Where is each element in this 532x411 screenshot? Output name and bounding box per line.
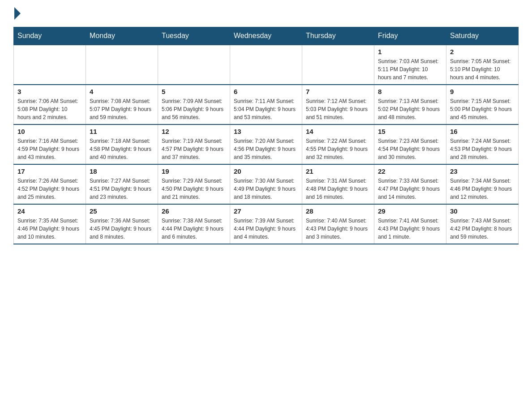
day-info: Sunrise: 7:08 AM Sunset: 5:07 PM Dayligh… [90,97,154,121]
day-number: 8 [378,88,442,95]
day-number: 28 [306,207,370,215]
day-info: Sunrise: 7:06 AM Sunset: 5:08 PM Dayligh… [17,97,82,121]
day-info: Sunrise: 7:29 AM Sunset: 4:50 PM Dayligh… [162,177,226,201]
day-number: 17 [17,167,82,175]
calendar-cell: 30Sunrise: 7:43 AM Sunset: 4:42 PM Dayli… [446,204,519,244]
calendar-cell: 18Sunrise: 7:27 AM Sunset: 4:51 PM Dayli… [86,164,158,204]
calendar-cell: 7Sunrise: 7:12 AM Sunset: 5:03 PM Daylig… [302,85,374,124]
calendar-week-row-5: 24Sunrise: 7:35 AM Sunset: 4:46 PM Dayli… [14,204,519,244]
calendar-week-row-2: 3Sunrise: 7:06 AM Sunset: 5:08 PM Daylig… [14,85,519,124]
weekday-header-saturday: Saturday [446,27,519,45]
day-info: Sunrise: 7:22 AM Sunset: 4:55 PM Dayligh… [306,137,370,161]
weekday-header-friday: Friday [374,27,446,45]
day-info: Sunrise: 7:23 AM Sunset: 4:54 PM Dayligh… [378,137,442,161]
weekday-header-thursday: Thursday [302,27,374,45]
day-info: Sunrise: 7:05 AM Sunset: 5:10 PM Dayligh… [450,57,515,81]
day-number: 20 [234,167,298,175]
logo [13,9,27,18]
day-number: 12 [162,128,226,135]
day-info: Sunrise: 7:19 AM Sunset: 4:57 PM Dayligh… [162,137,226,161]
calendar-cell: 13Sunrise: 7:20 AM Sunset: 4:56 PM Dayli… [230,124,302,164]
day-info: Sunrise: 7:34 AM Sunset: 4:46 PM Dayligh… [450,177,515,201]
day-number: 9 [450,88,515,95]
day-number: 22 [378,167,442,175]
day-info: Sunrise: 7:38 AM Sunset: 4:44 PM Dayligh… [162,217,226,241]
day-number: 11 [90,128,154,135]
calendar-cell: 24Sunrise: 7:35 AM Sunset: 4:46 PM Dayli… [14,204,86,244]
day-number: 30 [450,207,515,215]
day-number: 2 [450,48,515,56]
day-info: Sunrise: 7:18 AM Sunset: 4:58 PM Dayligh… [90,137,154,161]
day-number: 24 [17,207,82,215]
calendar-cell: 16Sunrise: 7:24 AM Sunset: 4:53 PM Dayli… [446,124,519,164]
calendar-cell: 23Sunrise: 7:34 AM Sunset: 4:46 PM Dayli… [446,164,519,204]
day-number: 23 [450,167,515,175]
calendar-cell: 10Sunrise: 7:16 AM Sunset: 4:59 PM Dayli… [14,124,86,164]
calendar-cell [14,45,86,85]
day-number: 13 [234,128,298,135]
day-number: 29 [378,207,442,215]
calendar-cell: 27Sunrise: 7:39 AM Sunset: 4:44 PM Dayli… [230,204,302,244]
calendar-cell [86,45,158,85]
calendar-cell: 21Sunrise: 7:31 AM Sunset: 4:48 PM Dayli… [302,164,374,204]
calendar-week-row-3: 10Sunrise: 7:16 AM Sunset: 4:59 PM Dayli… [14,124,519,164]
day-info: Sunrise: 7:26 AM Sunset: 4:52 PM Dayligh… [17,177,82,201]
day-number: 26 [162,207,226,215]
calendar-cell: 12Sunrise: 7:19 AM Sunset: 4:57 PM Dayli… [158,124,230,164]
day-info: Sunrise: 7:43 AM Sunset: 4:42 PM Dayligh… [450,217,515,241]
day-info: Sunrise: 7:15 AM Sunset: 5:00 PM Dayligh… [450,97,515,121]
calendar-cell [230,45,302,85]
calendar-week-row-4: 17Sunrise: 7:26 AM Sunset: 4:52 PM Dayli… [14,164,519,204]
calendar-cell: 14Sunrise: 7:22 AM Sunset: 4:55 PM Dayli… [302,124,374,164]
day-number: 18 [90,167,154,175]
day-number: 21 [306,167,370,175]
day-number: 15 [378,128,442,135]
day-number: 4 [90,88,154,95]
calendar-cell: 8Sunrise: 7:13 AM Sunset: 5:02 PM Daylig… [374,85,446,124]
day-info: Sunrise: 7:39 AM Sunset: 4:44 PM Dayligh… [234,217,298,241]
day-number: 19 [162,167,226,175]
calendar-cell [302,45,374,85]
day-info: Sunrise: 7:30 AM Sunset: 4:49 PM Dayligh… [234,177,298,201]
day-number: 5 [162,88,226,95]
day-number: 25 [90,207,154,215]
weekday-header-row: SundayMondayTuesdayWednesdayThursdayFrid… [14,27,519,45]
day-info: Sunrise: 7:24 AM Sunset: 4:53 PM Dayligh… [450,137,515,161]
day-number: 7 [306,88,370,95]
day-number: 6 [234,88,298,95]
calendar-cell: 4Sunrise: 7:08 AM Sunset: 5:07 PM Daylig… [86,85,158,124]
calendar-cell: 9Sunrise: 7:15 AM Sunset: 5:00 PM Daylig… [446,85,519,124]
weekday-header-sunday: Sunday [14,27,86,45]
weekday-header-wednesday: Wednesday [230,27,302,45]
calendar-cell: 22Sunrise: 7:33 AM Sunset: 4:47 PM Dayli… [374,164,446,204]
day-info: Sunrise: 7:16 AM Sunset: 4:59 PM Dayligh… [17,137,82,161]
day-info: Sunrise: 7:36 AM Sunset: 4:45 PM Dayligh… [90,217,154,241]
calendar-cell: 15Sunrise: 7:23 AM Sunset: 4:54 PM Dayli… [374,124,446,164]
day-info: Sunrise: 7:31 AM Sunset: 4:48 PM Dayligh… [306,177,370,201]
calendar-cell: 17Sunrise: 7:26 AM Sunset: 4:52 PM Dayli… [14,164,86,204]
day-info: Sunrise: 7:27 AM Sunset: 4:51 PM Dayligh… [90,177,154,201]
calendar-cell: 1Sunrise: 7:03 AM Sunset: 5:11 PM Daylig… [374,45,446,85]
logo-arrow-icon [14,7,21,20]
weekday-header-monday: Monday [86,27,158,45]
day-number: 27 [234,207,298,215]
day-info: Sunrise: 7:35 AM Sunset: 4:46 PM Dayligh… [17,217,82,241]
page-header [13,9,519,18]
calendar-cell: 28Sunrise: 7:40 AM Sunset: 4:43 PM Dayli… [302,204,374,244]
calendar-table: SundayMondayTuesdayWednesdayThursdayFrid… [13,27,519,244]
calendar-cell: 29Sunrise: 7:41 AM Sunset: 4:43 PM Dayli… [374,204,446,244]
calendar-cell: 3Sunrise: 7:06 AM Sunset: 5:08 PM Daylig… [14,85,86,124]
calendar-cell [158,45,230,85]
day-number: 14 [306,128,370,135]
calendar-week-row-1: 1Sunrise: 7:03 AM Sunset: 5:11 PM Daylig… [14,45,519,85]
calendar-cell: 20Sunrise: 7:30 AM Sunset: 4:49 PM Dayli… [230,164,302,204]
day-info: Sunrise: 7:03 AM Sunset: 5:11 PM Dayligh… [378,57,442,81]
day-info: Sunrise: 7:12 AM Sunset: 5:03 PM Dayligh… [306,97,370,121]
calendar-cell: 25Sunrise: 7:36 AM Sunset: 4:45 PM Dayli… [86,204,158,244]
day-number: 3 [17,88,82,95]
day-info: Sunrise: 7:40 AM Sunset: 4:43 PM Dayligh… [306,217,370,241]
calendar-cell: 11Sunrise: 7:18 AM Sunset: 4:58 PM Dayli… [86,124,158,164]
day-number: 16 [450,128,515,135]
calendar-cell: 26Sunrise: 7:38 AM Sunset: 4:44 PM Dayli… [158,204,230,244]
calendar-cell: 2Sunrise: 7:05 AM Sunset: 5:10 PM Daylig… [446,45,519,85]
